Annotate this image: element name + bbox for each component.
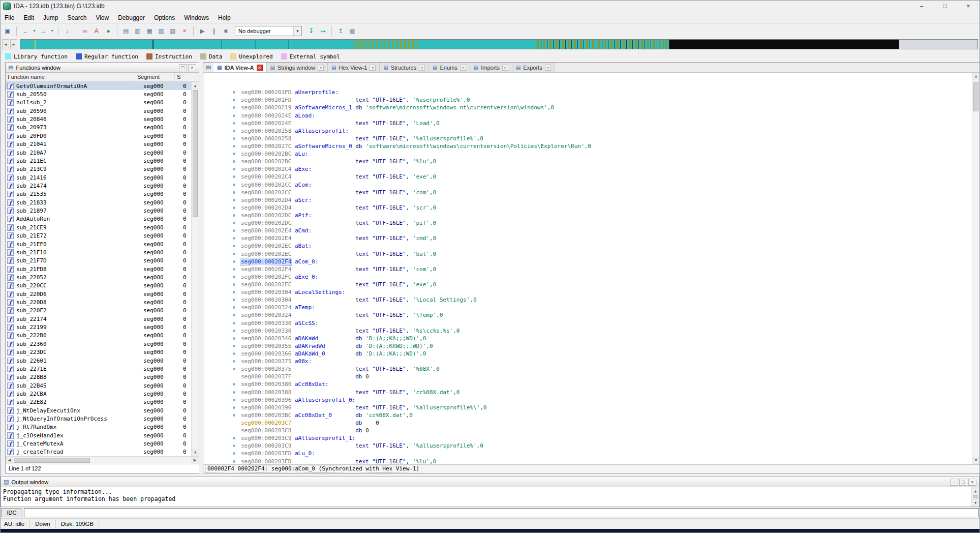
function-row[interactable]: ƒj_createThreadseg0000 <box>6 448 199 456</box>
function-row[interactable]: ƒsub_21F7Dseg0000 <box>6 257 199 265</box>
disassembly-line[interactable]: seg000:000202DC text "UTF-16LE", 'pif',0 <box>203 219 979 227</box>
disassembly-line[interactable]: seg000:000203ED text "UTF-16LE", '%lu',0 <box>203 458 979 465</box>
stop-process-icon[interactable]: ■ <box>220 25 231 37</box>
disassembly-line[interactable]: seg000:0002024E aLoad: <box>203 112 979 120</box>
function-row[interactable]: ƒsub_22CBAseg0000 <box>6 390 199 398</box>
menu-search[interactable]: Search <box>63 13 91 22</box>
column-header-s[interactable]: S <box>175 73 191 81</box>
disassembly-line[interactable]: seg000:000203ED aLu_0: <box>203 450 979 457</box>
minimize-button[interactable]: – <box>910 0 933 12</box>
disassembly-line[interactable]: seg000:000202CC text "UTF-16LE", 'com',0 <box>203 189 979 196</box>
disassembly-line[interactable]: seg000:00020375 text "UTF-16LE", '%08X',… <box>203 365 979 373</box>
function-row[interactable]: ƒsub_20973seg0000 <box>6 124 199 132</box>
open-subviews-icon[interactable]: ▤ <box>120 25 132 37</box>
open-structures-icon[interactable]: ▧ <box>156 25 167 37</box>
function-row[interactable]: ƒsub_22601seg0000 <box>6 357 199 365</box>
disassembly-line[interactable]: seg000:000203BC aCc08xDat_0 db 'cc%08X.d… <box>203 411 979 419</box>
disassembly-line[interactable]: seg000:0002024E text "UTF-16LE", 'Load',… <box>203 120 979 127</box>
scroll-thumb[interactable] <box>973 495 978 498</box>
jump-address-icon[interactable]: ↓ <box>62 25 73 37</box>
function-row[interactable]: ƒj_CreateMutexAseg0000 <box>6 439 199 448</box>
disassembly-line[interactable]: seg000:000202D4 aScr: <box>203 196 979 204</box>
disassembly-line[interactable]: seg000:00020346 aDAKaWd db 'D:(A;;KA;;;W… <box>203 335 979 342</box>
navigate-back-icon[interactable]: ← <box>20 25 31 37</box>
function-row[interactable]: ƒsub_21897seg0000 <box>6 206 199 215</box>
menu-help[interactable]: Help <box>213 13 235 22</box>
search-binary-icon[interactable]: ∞ <box>79 25 90 37</box>
close-icon[interactable]: × <box>257 65 263 71</box>
disassembly-line[interactable]: seg000:00020330 text "UTF-16LE", '%s\cc%… <box>203 327 979 335</box>
function-row[interactable]: ƒsub_2271Eseg0000 <box>6 365 199 373</box>
menu-edit[interactable]: Edit <box>19 13 39 22</box>
disassembly-line[interactable]: seg000:000202FC aExe_0: <box>203 273 979 281</box>
close-icon[interactable]: × <box>318 65 324 71</box>
menu-windows[interactable]: Windows <box>179 13 213 22</box>
function-row[interactable]: ƒsub_20FD0seg0000 <box>6 132 199 140</box>
function-row[interactable]: ƒsub_21474seg0000 <box>6 182 199 190</box>
disassembly-line[interactable]: seg000:000202E4 aCmd: <box>203 227 979 234</box>
output-log[interactable]: Propagating type information...Function … <box>1 487 979 507</box>
disassembly-line[interactable]: seg000:000202F4 text "UTF-16LE", 'com',0 <box>203 265 979 273</box>
function-row[interactable]: ƒsub_20590seg0000 <box>6 107 199 115</box>
disassembly-line[interactable]: seg000:000202DC aPif: <box>203 212 979 219</box>
ida-view-a[interactable]: seg000:000201FD aUserprofile:seg000:0002… <box>203 73 979 464</box>
column-header-function-name[interactable]: Function name <box>6 73 135 81</box>
disassembly-line[interactable]: seg000:000202E4 text "UTF-16LE", 'cmd',0 <box>203 234 979 242</box>
navigator-band[interactable] <box>20 39 978 49</box>
disassembly-line[interactable]: seg000:000201FD text "UTF-16LE", '%userp… <box>203 96 979 104</box>
cli-input[interactable] <box>24 508 979 517</box>
close-icon[interactable]: × <box>370 65 376 71</box>
cli-selector-button[interactable]: IDC <box>1 508 22 517</box>
navigate-back-menu-icon[interactable]: ▾ <box>32 25 37 37</box>
functions-hscrollbar[interactable]: ◀ ▶ <box>6 456 199 464</box>
function-row[interactable]: ƒsub_21535seg0000 <box>6 190 199 198</box>
function-row[interactable]: ƒsub_211ECseg0000 <box>6 157 199 165</box>
function-row[interactable]: ƒsub_220F2seg0000 <box>6 307 199 315</box>
function-row[interactable]: ƒsub_22199seg0000 <box>6 323 199 331</box>
disassembly-line[interactable]: seg000:00020355 aDAKrwdWd db 'D:(A;;KRWD… <box>203 342 979 350</box>
functions-vscrollbar[interactable]: ▲ ▼ <box>191 82 199 456</box>
menu-debugger[interactable]: Debugger <box>113 13 149 22</box>
function-row[interactable]: ƒsub_22B45seg0000 <box>6 381 199 390</box>
disassembly-line[interactable]: seg000:00020304 text "UTF-16LE", '\Local… <box>203 296 979 304</box>
minimize-panel-icon[interactable]: ▫ <box>950 479 958 486</box>
trace-record-icon[interactable]: ● <box>103 25 114 37</box>
disassembly-line[interactable]: seg000:000201FD aUserprofile: <box>203 88 979 96</box>
scroll-thumb[interactable] <box>14 458 90 463</box>
tab-imports[interactable]: ▤Imports× <box>470 63 512 72</box>
close-icon[interactable]: × <box>502 65 508 71</box>
navigate-forward-icon[interactable]: → <box>38 25 49 37</box>
disassembly-line[interactable]: seg000:00020330 aSCcSS: <box>203 319 979 327</box>
delete-function-icon[interactable]: × <box>179 25 190 37</box>
tab-structures[interactable]: ▤Structures× <box>380 63 429 72</box>
disassembly-vscrollbar[interactable]: ▲ ▼ <box>972 73 979 464</box>
scroll-up-icon[interactable]: ▲ <box>972 73 979 80</box>
tab-strings-window[interactable]: ▤Strings window× <box>267 63 328 72</box>
disassembly-line[interactable]: seg000:000202FC text "UTF-16LE", 'exe',0 <box>203 281 979 288</box>
disassembly-line[interactable]: seg000:00020366 aDAKaWd_0 db 'D:(A;;KA;;… <box>203 350 979 358</box>
function-row[interactable]: ƒsub_22E82seg0000 <box>6 398 199 406</box>
function-row[interactable]: ƒsub_21FD8seg0000 <box>6 265 199 273</box>
search-text-icon[interactable]: A <box>91 25 102 37</box>
function-row[interactable]: ƒGetvOlumeinfOrmatiOnAseg0000 <box>6 82 199 90</box>
maximize-panel-icon[interactable]: □ <box>959 479 967 486</box>
disassembly-line[interactable]: seg000:00020324 aTemp: <box>203 304 979 311</box>
disassembly-line[interactable]: seg000:00020380 text "UTF-16LE", 'cc%08X… <box>203 389 979 396</box>
disassembly-line[interactable]: seg000:0002027C aSoftwareMicros_0 db 'so… <box>203 142 979 150</box>
disassembly-line[interactable]: seg000:000202EC aBat: <box>203 242 979 250</box>
output-titlebar[interactable]: ▤ Output window ▫ □ × <box>1 477 979 487</box>
chevron-down-icon[interactable]: ▾ <box>293 26 301 36</box>
scroll-left-icon[interactable]: ◀ <box>6 457 13 464</box>
disassembly-line[interactable]: seg000:00020380 aCc08xDat: <box>203 380 979 388</box>
scroll-right-icon[interactable]: ▶ <box>191 457 199 464</box>
function-row[interactable]: ƒsub_21CE9seg0000 <box>6 223 199 231</box>
disassembly-line[interactable]: seg000:000202BC aLu: <box>203 150 979 158</box>
disassembly-line[interactable]: seg000:000203C9 aAllusersprofil_1: <box>203 434 979 442</box>
function-row[interactable]: ƒAddAutoRunseg0000 <box>6 215 199 223</box>
menu-jump[interactable]: Jump <box>39 13 63 22</box>
step-into-icon[interactable]: ↧ <box>305 25 317 37</box>
disassembly-line[interactable]: seg000:000202D4 text "UTF-16LE", 'scr',0 <box>203 204 979 212</box>
function-row[interactable]: ƒsub_22360seg0000 <box>6 340 199 348</box>
navband-left-arrow-icon[interactable]: ◂ <box>2 39 9 49</box>
disassembly-line[interactable]: seg000:000202C4 aExe: <box>203 165 979 173</box>
